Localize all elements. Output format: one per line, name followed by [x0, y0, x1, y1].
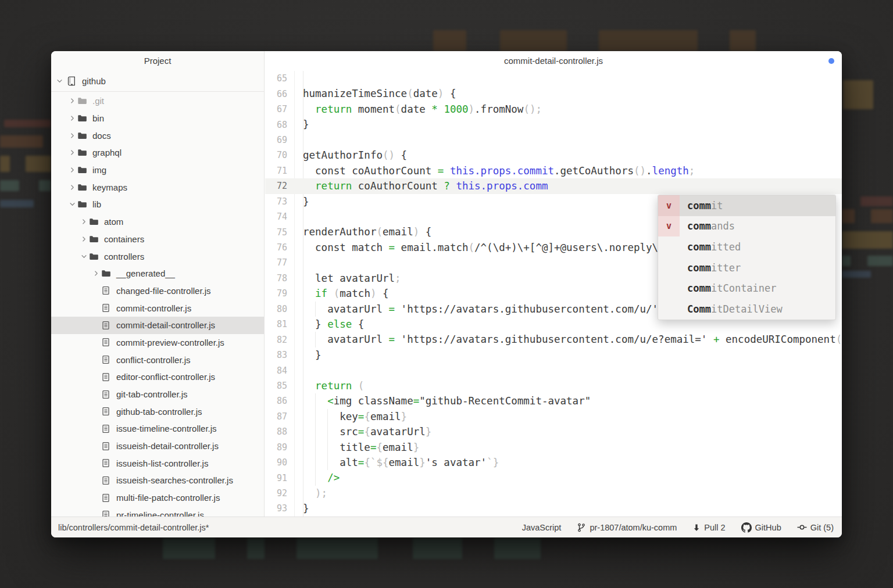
line-number[interactable]: 67 — [265, 104, 294, 114]
tree-item--git[interactable]: .git — [51, 92, 264, 110]
tree-item-issue-timeline-controller-js[interactable]: issue-timeline-controller.js — [51, 420, 264, 438]
code-line-84[interactable]: 84 — [265, 363, 842, 378]
tree-item-changed-file-controller-js[interactable]: changed-file-controller.js — [51, 282, 264, 300]
line-number[interactable]: 84 — [265, 365, 294, 376]
chevron-right-icon[interactable] — [67, 115, 77, 121]
line-number[interactable]: 90 — [265, 457, 294, 468]
tree-item-editor-conflict-controller-js[interactable]: editor-conflict-controller.js — [51, 368, 264, 386]
chevron-down-icon[interactable] — [78, 253, 89, 260]
tree-item-issueish-detail-controller-js[interactable]: issueish-detail-controller.js — [51, 438, 264, 455]
line-number[interactable]: 81 — [265, 319, 294, 329]
autocomplete-item-committed[interactable]: committed — [658, 236, 835, 257]
tree-item-multi-file-patch-controller-js[interactable]: multi-file-patch-controller.js — [51, 489, 264, 507]
line-number[interactable]: 75 — [265, 227, 294, 238]
tree-item-atom[interactable]: atom — [51, 213, 264, 231]
status-item-github[interactable]: GitHub — [741, 522, 781, 533]
code-line-89[interactable]: 89 title={email} — [265, 440, 842, 455]
code-line-85[interactable]: 85 return ( — [265, 378, 842, 393]
code-line-93[interactable]: 93} — [265, 501, 842, 516]
background-block — [163, 537, 215, 559]
line-number[interactable]: 66 — [265, 89, 294, 99]
line-number[interactable]: 79 — [265, 288, 294, 299]
chevron-down-icon[interactable] — [56, 78, 67, 84]
tree-item-bin[interactable]: bin — [51, 110, 264, 127]
line-number[interactable]: 93 — [265, 503, 294, 514]
autocomplete-item-committer[interactable]: committer — [658, 257, 835, 278]
code-line-69[interactable]: 69 — [265, 132, 842, 148]
code-line-68[interactable]: 68} — [265, 117, 842, 132]
status-item-pull-2[interactable]: Pull 2 — [692, 523, 725, 532]
tree-item-docs[interactable]: docs — [51, 127, 264, 144]
line-number[interactable]: 85 — [265, 381, 294, 391]
tree-item-commit-controller-js[interactable]: commit-controller.js — [51, 299, 264, 317]
tree-item-conflict-controller-js[interactable]: conflict-controller.js — [51, 351, 264, 368]
line-number[interactable]: 77 — [265, 257, 294, 268]
tree-item-keymaps[interactable]: keymaps — [51, 178, 264, 196]
chevron-right-icon[interactable] — [67, 149, 77, 156]
line-number[interactable]: 80 — [265, 304, 294, 314]
code-line-65[interactable]: 65 — [265, 71, 842, 86]
line-number[interactable]: 86 — [265, 396, 294, 406]
chevron-right-icon[interactable] — [67, 184, 77, 191]
line-number[interactable]: 72 — [265, 181, 294, 191]
tree-item-graphql[interactable]: graphql — [51, 144, 264, 162]
line-number[interactable]: 70 — [265, 150, 294, 160]
line-number[interactable]: 71 — [265, 166, 294, 176]
code-line-83[interactable]: 83 } — [265, 347, 842, 363]
code-line-90[interactable]: 90 alt={`${email}'s avatar'`} — [265, 455, 842, 470]
autocomplete-item-commitcontainer[interactable]: commitContainer — [658, 278, 835, 299]
chevron-right-icon[interactable] — [67, 98, 77, 104]
code-line-66[interactable]: 66humanizeTimeSince(date) { — [265, 86, 842, 101]
chevron-right-icon[interactable] — [67, 167, 77, 173]
code-line-70[interactable]: 70getAuthorInfo() { — [265, 148, 842, 163]
tree-item-lib[interactable]: lib — [51, 196, 264, 213]
autocomplete-item-commands[interactable]: vcommands — [658, 216, 835, 237]
line-number[interactable]: 91 — [265, 473, 294, 483]
chevron-right-icon[interactable] — [91, 270, 101, 277]
line-number[interactable]: 78 — [265, 273, 294, 284]
code-line-86[interactable]: 86 <img className="github-RecentCommit-a… — [265, 393, 842, 408]
line-number[interactable]: 82 — [265, 335, 294, 345]
tree-item-commit-preview-controller-js[interactable]: commit-preview-controller.js — [51, 334, 264, 352]
tree-item-issueish-searches-controller-js[interactable]: issueish-searches-controller.js — [51, 472, 264, 489]
tree-item--generated-[interactable]: __generated__ — [51, 265, 264, 282]
line-number[interactable]: 73 — [265, 196, 294, 207]
code-line-92[interactable]: 92 ); — [265, 486, 842, 501]
line-number[interactable]: 65 — [265, 73, 294, 84]
line-number[interactable]: 92 — [265, 488, 294, 499]
line-number[interactable]: 83 — [265, 350, 294, 360]
tree-item-pr-timeline-controller-js[interactable]: pr-timeline-controller.js — [51, 507, 264, 517]
code-line-71[interactable]: 71 const coAuthorCount = this.props.comm… — [265, 163, 842, 178]
chevron-down-icon[interactable] — [67, 201, 77, 207]
autocomplete-item-commitdetailview[interactable]: CommitDetailView — [658, 299, 835, 320]
tree-item-img[interactable]: img — [51, 162, 264, 179]
status-item-javascript[interactable]: JavaScript — [522, 523, 562, 532]
line-number[interactable]: 88 — [265, 426, 294, 437]
code-line-82[interactable]: 82 avatarUrl = 'https://avatars.githubus… — [265, 332, 842, 347]
chevron-right-icon[interactable] — [78, 236, 89, 242]
tree-root-github[interactable]: github — [51, 70, 264, 92]
tree-item-github-tab-controller-js[interactable]: github-tab-controller.js — [51, 403, 264, 420]
status-item-pr-1807-atom-ku-comm[interactable]: pr-1807/atom/ku-comm — [577, 523, 677, 532]
tree-item-commit-detail-controller-js[interactable]: commit-detail-controller.js — [51, 317, 264, 334]
tree-item-controllers[interactable]: controllers — [51, 248, 264, 265]
code-line-72[interactable]: 72 return coAuthorCount ? this.props.com… — [265, 178, 842, 193]
code-line-91[interactable]: 91 /> — [265, 470, 842, 485]
tree-item-git-tab-controller-js[interactable]: git-tab-controller.js — [51, 386, 264, 403]
line-number[interactable]: 76 — [265, 242, 294, 253]
code-line-87[interactable]: 87 key={email} — [265, 409, 842, 424]
tree-item-containers[interactable]: containers — [51, 231, 264, 248]
tab-title[interactable]: commit-detail-controller.js — [265, 51, 842, 71]
line-number[interactable]: 68 — [265, 120, 294, 130]
tree-item-issueish-list-controller-js[interactable]: issueish-list-controller.js — [51, 454, 264, 472]
code-line-67[interactable]: 67 return moment(date * 1000).fromNow(); — [265, 102, 842, 117]
chevron-right-icon[interactable] — [78, 218, 89, 225]
status-item-git-5-[interactable]: Git (5) — [797, 522, 834, 532]
code-line-88[interactable]: 88 src={avatarUrl} — [265, 424, 842, 439]
chevron-right-icon[interactable] — [67, 132, 77, 139]
autocomplete-item-commit[interactable]: vcommit — [658, 195, 835, 216]
line-number[interactable]: 74 — [265, 211, 294, 222]
line-number[interactable]: 69 — [265, 135, 294, 145]
line-number[interactable]: 87 — [265, 411, 294, 422]
line-number[interactable]: 89 — [265, 442, 294, 453]
